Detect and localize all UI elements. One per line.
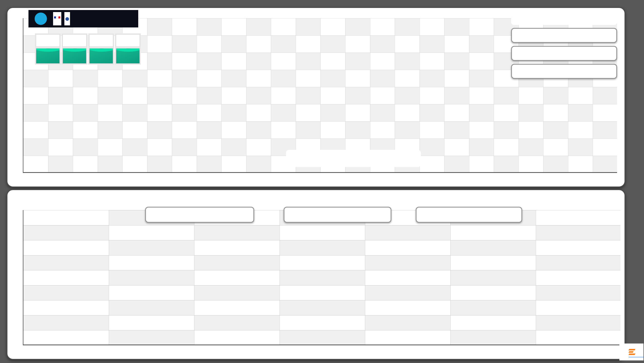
ecowatt-green-gauge-icon bbox=[36, 48, 60, 64]
weekly-chart-panel bbox=[7, 189, 625, 360]
rte-logo-icon bbox=[35, 13, 47, 25]
ademe-logo bbox=[64, 12, 70, 25]
weekly-bars bbox=[23, 210, 620, 345]
ademe-globe-icon bbox=[65, 17, 69, 21]
weekly-pmax-stat bbox=[284, 207, 391, 223]
weekly-power-plot bbox=[23, 210, 620, 345]
weekly-pmin-stat bbox=[416, 207, 522, 223]
daily-pmin-stat bbox=[511, 64, 617, 79]
ecowatt-banner bbox=[28, 10, 138, 27]
daily-chart-panel bbox=[7, 7, 625, 187]
site-title bbox=[511, 14, 617, 25]
french-flag-icon bbox=[54, 16, 60, 18]
tile-day-j2[interactable] bbox=[89, 34, 113, 64]
tile-day-j1-label[interactable] bbox=[62, 34, 87, 47]
g2e-underline bbox=[629, 357, 644, 357]
tile-day-j3-label[interactable] bbox=[116, 34, 140, 47]
ecowatt-green-gauge-icon bbox=[89, 48, 113, 64]
tile-day-j1[interactable] bbox=[62, 34, 87, 64]
g2e-logo bbox=[619, 344, 643, 360]
tile-day-j[interactable] bbox=[36, 34, 60, 64]
energy-dashboard bbox=[0, 0, 644, 363]
g2e-e-bolt-icon bbox=[629, 349, 635, 355]
date-label bbox=[286, 150, 421, 167]
g2e-logo-inner bbox=[628, 349, 635, 355]
republique-francaise-logo bbox=[53, 12, 61, 25]
tile-day-j2-label[interactable] bbox=[89, 34, 113, 47]
daily-pmax-stat bbox=[511, 46, 617, 61]
tile-day-j3[interactable] bbox=[116, 34, 140, 64]
daily-consumption-stat bbox=[511, 28, 617, 43]
ecowatt-green-gauge-icon bbox=[116, 48, 140, 64]
ecowatt-green-gauge-icon bbox=[62, 48, 87, 64]
forecast-day-tiles bbox=[36, 34, 140, 64]
tile-day-j-label[interactable] bbox=[36, 34, 60, 47]
weekly-consumption-stat bbox=[145, 207, 254, 223]
